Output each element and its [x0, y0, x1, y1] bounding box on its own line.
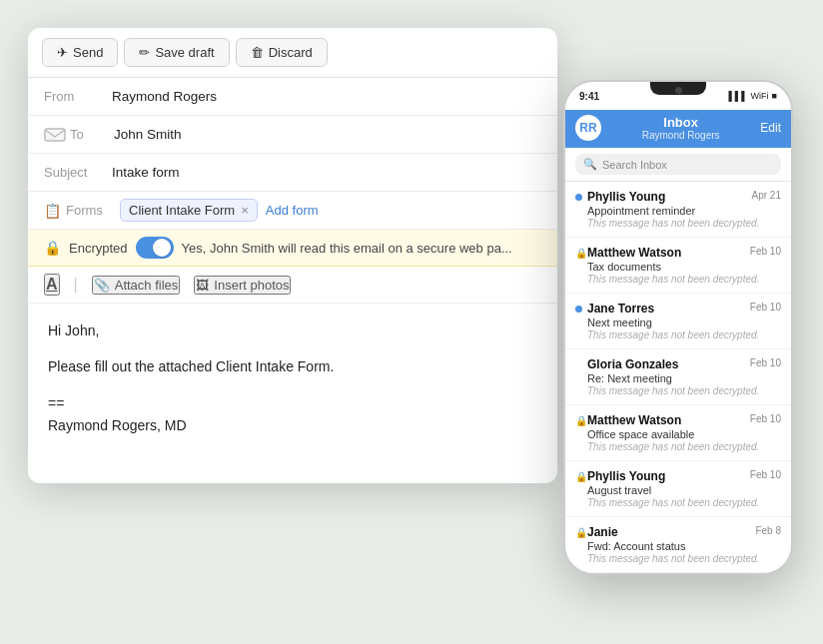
discard-button[interactable]: 🗑 Discard — [236, 38, 328, 67]
phone-header: RR Inbox Raymond Rogers Edit — [565, 110, 791, 148]
insert-photos-button[interactable]: 🖼 Insert photos — [194, 276, 291, 295]
email-sender: 🔒 Matthew Watson — [575, 246, 681, 260]
body-line5: == — [48, 392, 537, 414]
email-preview: This message has not been decrypted. — [575, 497, 781, 508]
search-input[interactable]: 🔍 Search Inbox — [575, 154, 781, 175]
email-list-item[interactable]: Jane Torres Feb 10 Next meeting This mes… — [565, 294, 791, 349]
lock-dot: 🔒 — [575, 473, 582, 480]
email-list: Phyllis Young Apr 21 Appointment reminde… — [565, 182, 791, 573]
save-draft-label: Save draft — [155, 45, 214, 60]
encrypted-label: Encrypted — [69, 241, 128, 256]
phone-time: 9:41 — [579, 91, 599, 102]
lock-dot: 🔒 — [575, 417, 582, 424]
compose-window: ✈ Send ✏ Save draft 🗑 Discard From Raymo… — [28, 28, 557, 483]
insert-photos-label: Insert photos — [214, 278, 289, 293]
email-subject: August travel — [575, 484, 781, 496]
email-subject: Fwd: Account status — [575, 540, 781, 552]
email-date: Feb 10 — [750, 357, 781, 368]
email-date: Apr 21 — [752, 190, 781, 201]
from-row: From Raymond Rogers — [28, 78, 557, 116]
body-line1: Hi John, — [48, 320, 537, 341]
forms-icon: 📋 — [44, 203, 61, 219]
email-sender: Jane Torres — [575, 302, 654, 316]
email-sender: Gloria Gonzales — [575, 357, 678, 371]
phone-notch — [650, 82, 706, 95]
phone-status-right: ▌▌▌ WiFi ■ — [728, 91, 777, 101]
phone-header-center: Inbox Raymond Rogers — [601, 115, 760, 141]
phone-camera — [675, 87, 682, 94]
send-icon: ✈ — [57, 45, 68, 60]
email-subject: Appointment reminder — [575, 205, 781, 217]
paperclip-icon: 📎 — [94, 278, 110, 293]
battery-icon: ■ — [772, 91, 777, 101]
email-date: Feb 10 — [750, 469, 781, 480]
email-list-item[interactable]: Gloria Gonzales Feb 10 Re: Next meeting … — [565, 349, 791, 405]
email-preview: This message has not been decrypted. — [575, 385, 781, 396]
avatar-initials: RR — [579, 121, 596, 135]
form-tag-close[interactable]: × — [241, 204, 249, 217]
email-date: Feb 10 — [750, 246, 781, 257]
from-label: From — [44, 89, 112, 104]
email-preview: This message has not been decrypted. — [575, 218, 781, 229]
font-icon: A — [46, 276, 58, 294]
subject-label: Subject — [44, 165, 112, 180]
discard-label: Discard — [269, 45, 313, 60]
email-subject: Office space available — [575, 428, 781, 440]
forms-label: 📋 Forms — [44, 203, 112, 219]
svg-rect-0 — [45, 129, 65, 141]
phone-frame: 9:41 ▌▌▌ WiFi ■ RR Inbox Raymond Rogers … — [563, 80, 793, 575]
email-sender: 🔒 Matthew Watson — [575, 413, 681, 427]
to-row: To John Smith — [28, 116, 557, 154]
email-sender: 🔒 Janie — [575, 525, 618, 539]
email-subject: Re: Next meeting — [575, 372, 781, 384]
inbox-subtitle: Raymond Rogers — [601, 130, 760, 141]
phone-container: 9:41 ▌▌▌ WiFi ■ RR Inbox Raymond Rogers … — [563, 80, 793, 575]
search-icon: 🔍 — [583, 158, 597, 171]
encrypted-bar: 🔒 Encrypted Yes, John Smith will read th… — [28, 230, 557, 267]
send-label: Send — [73, 45, 103, 60]
save-draft-button[interactable]: ✏ Save draft — [124, 38, 229, 67]
email-date: Feb 8 — [755, 525, 781, 536]
phone-avatar[interactable]: RR — [575, 115, 601, 141]
email-list-item[interactable]: 🔒 Matthew Watson Feb 10 Office space ava… — [565, 405, 791, 461]
lock-icon: 🔒 — [44, 240, 61, 256]
inbox-title: Inbox — [601, 115, 760, 130]
lock-dot: 🔒 — [575, 250, 582, 257]
unread-dot — [575, 194, 582, 201]
email-preview: This message has not been decrypted. — [575, 329, 781, 340]
form-tag: Client Intake Form × — [120, 199, 258, 222]
lock-dot: 🔒 — [575, 529, 582, 536]
forms-row: 📋 Forms Client Intake Form × Add form — [28, 192, 557, 230]
phone-status-bar: 9:41 ▌▌▌ WiFi ■ — [565, 82, 791, 110]
email-list-item[interactable]: Phyllis Young Apr 21 Appointment reminde… — [565, 182, 791, 238]
trash-icon: 🗑 — [251, 45, 264, 60]
wifi-icon: WiFi — [751, 91, 769, 101]
add-form-link[interactable]: Add form — [266, 203, 319, 218]
email-preview: This message has not been decrypted. — [575, 553, 781, 564]
to-label: To — [70, 127, 114, 142]
subject-row: Subject Intake form — [28, 154, 557, 192]
email-preview: This message has not been decrypted. — [575, 274, 781, 285]
from-value: Raymond Rogers — [112, 89, 217, 104]
email-list-item[interactable]: 🔒 Matthew Watson Feb 10 Tax documents Th… — [565, 238, 791, 294]
body-line6: Raymond Rogers, MD — [48, 414, 537, 436]
toolbar: ✈ Send ✏ Save draft 🗑 Discard — [28, 28, 557, 78]
email-list-item[interactable]: 🔒 Janie Feb 8 Fwd: Account status This m… — [565, 517, 791, 573]
to-value: John Smith — [114, 127, 182, 142]
search-placeholder: Search Inbox — [602, 159, 667, 171]
encrypted-message: Yes, John Smith will read this email on … — [182, 241, 512, 256]
edit-icon: ✏ — [139, 45, 150, 60]
email-body[interactable]: Hi John, Please fill out the attached Cl… — [28, 304, 557, 483]
encrypted-toggle[interactable] — [136, 237, 174, 259]
email-sender: Phyllis Young — [575, 190, 665, 204]
phone-search-bar: 🔍 Search Inbox — [565, 148, 791, 182]
email-preview: This message has not been decrypted. — [575, 441, 781, 452]
attach-files-button[interactable]: 📎 Attach files — [92, 276, 181, 295]
email-list-item[interactable]: 🔒 Phyllis Young Feb 10 August travel Thi… — [565, 461, 791, 517]
send-button[interactable]: ✈ Send — [42, 38, 118, 67]
edit-button[interactable]: Edit — [760, 121, 781, 135]
email-sender: 🔒 Phyllis Young — [575, 469, 665, 483]
subject-value: Intake form — [112, 165, 180, 180]
to-icon — [44, 128, 66, 142]
font-button[interactable]: A — [44, 274, 60, 296]
